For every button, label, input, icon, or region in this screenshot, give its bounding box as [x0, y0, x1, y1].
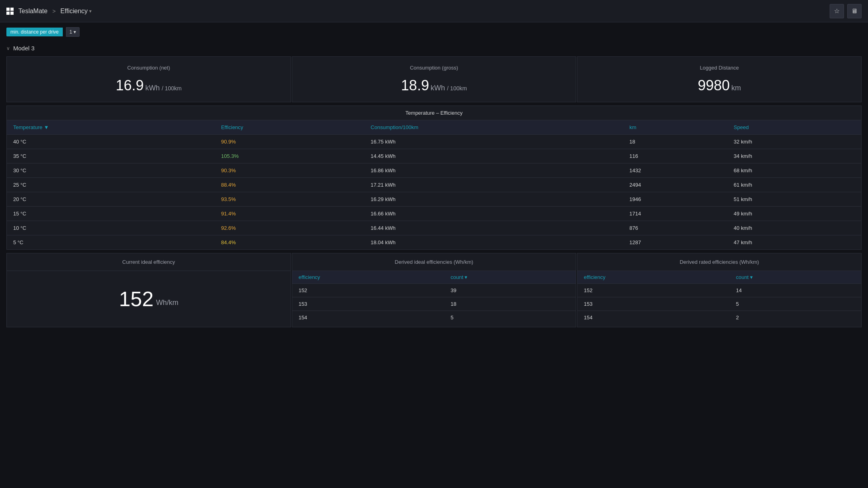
cell-consumption: 16.86 kWh	[364, 163, 623, 178]
cell-temperature: 20 °C	[7, 192, 215, 207]
cell-km: 18	[623, 135, 727, 149]
table-row: 30 °C 90.3% 16.86 kWh 1432 68 km/h	[7, 163, 861, 178]
filter-dropdown-arrow: ▾	[74, 29, 76, 35]
cell-speed: 68 km/h	[727, 163, 861, 178]
page-title-label: Efficiency	[60, 8, 88, 15]
logged-distance-title: Logged Distance	[587, 65, 852, 71]
consumption-gross-per: / 100km	[447, 85, 467, 92]
derived-ideal-card: Derived ideal efficiencies (Wh/km) effic…	[292, 253, 577, 327]
cell-ideal-count: 5	[444, 311, 576, 325]
col-speed[interactable]: Speed	[727, 120, 861, 135]
col-km[interactable]: km	[623, 120, 727, 135]
table-row: 10 °C 92.6% 16.44 kWh 876 40 km/h	[7, 221, 861, 235]
cell-speed: 40 km/h	[727, 221, 861, 235]
cell-temperature: 10 °C	[7, 221, 215, 235]
consumption-gross-title: Consumption (gross)	[302, 65, 567, 71]
cell-speed: 32 km/h	[727, 135, 861, 149]
rated-count-sort-icon: ▾	[750, 274, 753, 280]
cell-rated-count: 14	[730, 284, 861, 297]
col-rated-efficiency[interactable]: efficiency	[577, 271, 729, 284]
consumption-net-unit: kWh	[145, 84, 162, 92]
topbar: TeslaMate > Efficiency ▾ ☆ 🖥	[0, 0, 868, 22]
cell-temperature: 30 °C	[7, 163, 215, 178]
collapse-icon[interactable]: ∨	[6, 46, 10, 51]
cell-ideal-count: 18	[444, 297, 576, 311]
cell-temperature: 35 °C	[7, 149, 215, 163]
table-row: 40 °C 90.9% 16.75 kWh 18 32 km/h	[7, 135, 861, 149]
col-efficiency[interactable]: Efficiency	[215, 120, 364, 135]
col-ideal-efficiency[interactable]: efficiency	[292, 271, 444, 284]
consumption-gross-value: 18.9	[401, 77, 429, 94]
cell-consumption: 14.45 kWh	[364, 149, 623, 163]
app-name[interactable]: TeslaMate	[18, 8, 48, 15]
consumption-net-value: 16.9	[116, 77, 144, 94]
cell-speed: 34 km/h	[727, 149, 861, 163]
monitor-icon: 🖥	[851, 8, 858, 15]
filter-value-dropdown[interactable]: 1 ▾	[66, 27, 80, 37]
breadcrumb: TeslaMate > Efficiency ▾	[6, 8, 92, 15]
cell-km: 1714	[623, 207, 727, 221]
temperature-table-section: Temperature – Efficiency Temperature ▼ E…	[6, 106, 862, 250]
cell-consumption: 16.75 kWh	[364, 135, 623, 149]
cell-ideal-eff: 154	[292, 311, 444, 325]
model-label: Model 3	[13, 45, 34, 52]
current-efficiency-unit: Wh/km	[156, 299, 178, 311]
cell-speed: 49 km/h	[727, 207, 861, 221]
cell-temperature: 15 °C	[7, 207, 215, 221]
star-button[interactable]: ☆	[830, 4, 844, 18]
filter-label[interactable]: min. distance per drive	[6, 28, 63, 36]
sort-icon-temperature: ▼	[44, 124, 49, 130]
temp-table-title: Temperature – Efficiency	[7, 106, 861, 120]
section-model: ∨ Model 3	[0, 42, 868, 55]
cell-consumption: 16.66 kWh	[364, 207, 623, 221]
consumption-gross-unit: kWh	[431, 84, 447, 92]
cell-rated-eff: 154	[577, 311, 729, 325]
star-icon: ☆	[834, 7, 840, 15]
consumption-gross-card: Consumption (gross) 18.9 kWh / 100km	[292, 56, 577, 102]
col-ideal-count[interactable]: count ▾	[444, 271, 576, 284]
cell-temperature: 5 °C	[7, 235, 215, 250]
col-rated-count[interactable]: count ▾	[730, 271, 861, 284]
table-header-row: Temperature ▼ Efficiency Consumption/100…	[7, 120, 861, 135]
logged-distance-value: 9980	[698, 77, 730, 94]
bottom-row: Current ideal efficiency 152 Wh/km Deriv…	[6, 253, 862, 327]
table-row: 25 °C 88.4% 17.21 kWh 2494 61 km/h	[7, 178, 861, 192]
cell-efficiency: 93.5%	[215, 192, 364, 207]
col-temperature[interactable]: Temperature ▼	[7, 120, 215, 135]
cell-consumption: 18.04 kWh	[364, 235, 623, 250]
filter-value-text: 1	[70, 29, 72, 35]
cell-efficiency: 84.4%	[215, 235, 364, 250]
cell-consumption: 16.44 kWh	[364, 221, 623, 235]
cell-km: 1287	[623, 235, 727, 250]
list-item: 154 5	[292, 311, 576, 325]
cell-km: 1432	[623, 163, 727, 178]
consumption-net-title: Consumption (net)	[16, 65, 281, 71]
table-row: 15 °C 91.4% 16.66 kWh 1714 49 km/h	[7, 207, 861, 221]
list-item: 153 5	[577, 297, 861, 311]
current-efficiency-card: Current ideal efficiency 152 Wh/km	[6, 253, 291, 327]
monitor-button[interactable]: 🖥	[847, 4, 862, 18]
temperature-table: Temperature ▼ Efficiency Consumption/100…	[7, 120, 861, 249]
cell-efficiency: 105.3%	[215, 149, 364, 163]
col-consumption[interactable]: Consumption/100km	[364, 120, 623, 135]
breadcrumb-separator: >	[52, 8, 56, 14]
consumption-net-card: Consumption (net) 16.9 kWh / 100km	[6, 56, 291, 102]
page-title[interactable]: Efficiency ▾	[60, 8, 92, 15]
cell-km: 2494	[623, 178, 727, 192]
topbar-actions: ☆ 🖥	[830, 4, 862, 18]
derived-ideal-table: efficiency count ▾ 152 39 153 18 154 5	[292, 271, 576, 324]
derived-rated-table: efficiency count ▾ 152 14 153 5 154 2	[577, 271, 861, 324]
cell-efficiency: 92.6%	[215, 221, 364, 235]
derived-rated-card: Derived rated efficiencies (Wh/km) effic…	[577, 253, 862, 327]
cell-ideal-eff: 153	[292, 297, 444, 311]
cell-rated-eff: 153	[577, 297, 729, 311]
table-row: 20 °C 93.5% 16.29 kWh 1946 51 km/h	[7, 192, 861, 207]
cell-km: 1946	[623, 192, 727, 207]
cell-temperature: 25 °C	[7, 178, 215, 192]
cell-efficiency: 90.3%	[215, 163, 364, 178]
stats-row: Consumption (net) 16.9 kWh / 100km Consu…	[6, 56, 862, 102]
cell-ideal-count: 39	[444, 284, 576, 297]
derived-ideal-header: efficiency count ▾	[292, 271, 576, 284]
list-item: 152 14	[577, 284, 861, 297]
cell-speed: 51 km/h	[727, 192, 861, 207]
